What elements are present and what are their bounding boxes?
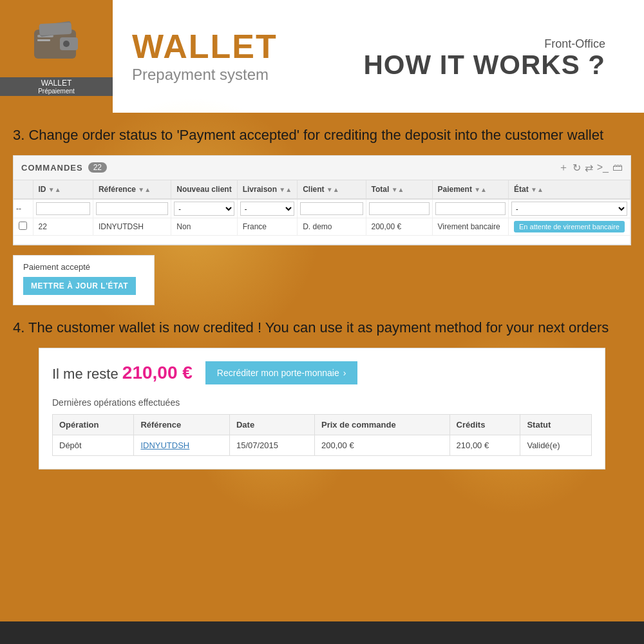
orders-header: COMMANDES 22 ＋ ↻ ⇄ >_ 🗃	[14, 156, 630, 180]
orders-panel: COMMANDES 22 ＋ ↻ ⇄ >_ 🗃 ID ▼▲ Référence …	[13, 155, 631, 245]
op-credits: 210,00 €	[450, 435, 520, 455]
status-badge: En attente de virement bancaire	[514, 221, 625, 232]
wallet-icon	[28, 17, 86, 75]
table-row: 22 IDNYUTDSH Non France D. demo 200,00 €…	[14, 218, 630, 235]
filter-nouveau-select[interactable]: -	[174, 202, 234, 216]
step3-text: 3. Change order status to 'Payment accep…	[13, 126, 631, 146]
operations-title: Dernières opérations effectuées	[52, 397, 592, 408]
filter-id-input[interactable]	[36, 202, 90, 215]
th-checkbox	[14, 180, 33, 199]
add-icon[interactable]: ＋	[558, 161, 569, 175]
wallet-balance-row: Il me reste 210,00 € Recréditer mon port…	[52, 361, 592, 384]
orders-table: ID ▼▲ Référence ▼▲ Nouveau client Livrai…	[14, 180, 630, 245]
bottom-bar	[0, 621, 644, 644]
th-nouveau-client[interactable]: Nouveau client	[171, 180, 237, 199]
op-th-operation: Opération	[53, 414, 134, 435]
row-reference: IDNYUTDSH	[93, 218, 171, 235]
row-total: 200,00 €	[366, 218, 432, 235]
row-etat: En attente de virement bancaire	[509, 218, 630, 235]
terminal-icon[interactable]: >_	[597, 162, 609, 173]
th-id[interactable]: ID ▼▲	[33, 180, 93, 199]
recrediter-label: Recréditer mon porte-monnaie	[217, 368, 339, 378]
header: WALLET Prépaiement WALLET Prepayment sys…	[0, 0, 644, 113]
orders-actions: ＋ ↻ ⇄ >_ 🗃	[558, 161, 623, 175]
row-checkbox[interactable]	[19, 222, 27, 230]
th-client[interactable]: Client ▼▲	[298, 180, 366, 199]
header-title: WALLET	[132, 30, 278, 63]
filter-client[interactable]	[298, 199, 366, 218]
table-spacer-row	[14, 235, 630, 244]
filter-client-input[interactable]	[300, 202, 363, 215]
svg-rect-6	[39, 23, 71, 36]
th-paiement[interactable]: Paiement ▼▲	[432, 180, 509, 199]
row-client: D. demo	[298, 218, 366, 235]
recrediter-button[interactable]: Recréditer mon porte-monnaie ›	[205, 361, 358, 384]
how-it-works-title: HOW IT WORKS ?	[363, 50, 625, 80]
database-icon[interactable]: 🗃	[612, 162, 623, 173]
refresh-icon[interactable]: ↻	[573, 162, 581, 174]
th-total[interactable]: Total ▼▲	[366, 180, 432, 199]
chevron-right-icon: ›	[343, 368, 346, 378]
orders-header-left: COMMANDES 22	[21, 162, 107, 173]
filter-etat-select[interactable]: -	[511, 202, 627, 216]
operations-table: Opération Référence Date Prix de command…	[52, 414, 592, 456]
orders-badge: 22	[88, 162, 107, 173]
filter-dash: --	[14, 199, 33, 218]
orders-table-header-row: ID ▼▲ Référence ▼▲ Nouveau client Livrai…	[14, 180, 630, 199]
svg-rect-4	[37, 39, 50, 41]
sync-icon[interactable]: ⇄	[585, 162, 593, 174]
row-paiement: Virement bancaire	[432, 218, 509, 235]
balance-label: Il me reste 210,00 €	[52, 363, 193, 383]
operations-table-row: Dépôt IDNYUTDSH 15/07/2015 200,00 € 210,…	[53, 435, 592, 455]
op-prix: 200,00 €	[315, 435, 450, 455]
filter-paiement[interactable]	[432, 199, 509, 218]
header-subtitle: Prepayment system	[132, 66, 278, 84]
operations-header-row: Opération Référence Date Prix de command…	[53, 414, 592, 435]
frontoffice-label: Front-Office	[363, 32, 625, 51]
step4-text: 4. The customer wallet is now credited !…	[13, 318, 631, 338]
filter-total-input[interactable]	[369, 202, 430, 215]
op-th-credits: Crédits	[450, 414, 520, 435]
op-date: 15/07/2015	[229, 435, 314, 455]
balance-amount: 210,00 €	[122, 363, 193, 383]
svg-point-2	[63, 41, 70, 47]
main-content: 3. Change order status to 'Payment accep…	[0, 113, 644, 469]
logo-label-text: WALLET Prépaiement	[0, 77, 113, 96]
filter-etat[interactable]: -	[509, 199, 630, 218]
row-nouveau-client: Non	[171, 218, 237, 235]
op-th-prix: Prix de commande	[315, 414, 450, 435]
filter-paiement-input[interactable]	[435, 202, 506, 215]
orders-filter-row: -- - -	[14, 199, 630, 218]
filter-reference[interactable]	[93, 199, 171, 218]
update-state-button[interactable]: METTRE À JOUR L'ÉTAT	[23, 277, 136, 295]
op-statut: Validé(e)	[520, 435, 592, 455]
filter-nouveau[interactable]: -	[171, 199, 237, 218]
header-text: WALLET Prepayment system	[113, 17, 297, 97]
payment-accepted-box: Paiement accepté METTRE À JOUR L'ÉTAT	[13, 255, 155, 305]
op-th-statut: Statut	[520, 414, 592, 435]
op-reference[interactable]: IDNYUTDSH	[134, 435, 230, 455]
row-checkbox-cell[interactable]	[14, 218, 33, 235]
filter-livraison[interactable]: -	[237, 199, 297, 218]
op-operation: Dépôt	[53, 435, 134, 455]
th-reference[interactable]: Référence ▼▲	[93, 180, 171, 199]
op-reference-link[interactable]: IDNYUTDSH	[140, 440, 189, 450]
row-id: 22	[33, 218, 93, 235]
filter-id[interactable]	[33, 199, 93, 218]
payment-label: Paiement accepté	[23, 262, 144, 272]
frontoffice-section: Front-Office HOW IT WORKS ?	[363, 32, 644, 80]
row-livraison: France	[237, 218, 297, 235]
th-livraison[interactable]: Livraison ▼▲	[237, 180, 297, 199]
th-etat[interactable]: État ▼▲	[509, 180, 630, 199]
filter-livraison-select[interactable]: -	[240, 202, 294, 216]
op-th-reference: Référence	[134, 414, 230, 435]
op-th-date: Date	[229, 414, 314, 435]
filter-reference-input[interactable]	[96, 202, 168, 215]
logo-box: WALLET Prépaiement	[0, 0, 113, 113]
wallet-panel: Il me reste 210,00 € Recréditer mon port…	[39, 348, 605, 469]
orders-title: COMMANDES	[21, 163, 83, 173]
filter-total[interactable]	[366, 199, 432, 218]
